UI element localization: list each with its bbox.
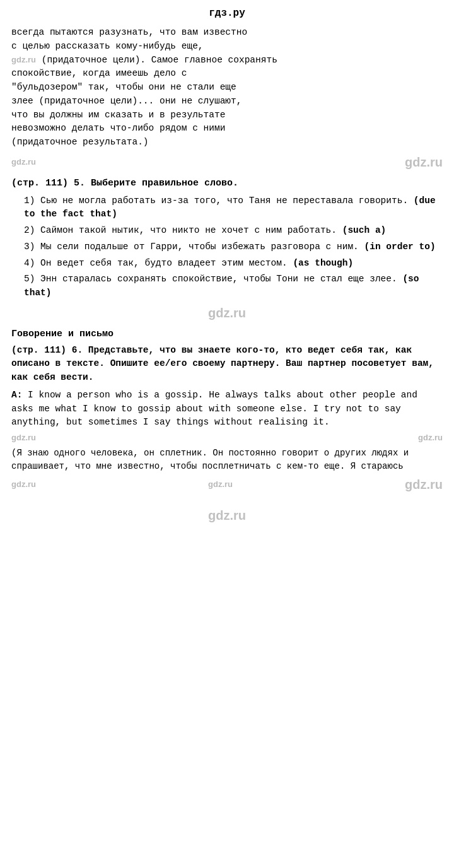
watermark-center-large: gdz.ru	[405, 153, 443, 172]
watermark-left: gdz.ru	[11, 156, 36, 168]
footer-watermark-text: gdz.ru	[208, 508, 246, 522]
footer-watermark: gdz.ru	[11, 507, 443, 525]
watermark-dialogue-right: gdz.ru	[418, 432, 443, 444]
item3-num: 3)	[24, 242, 35, 252]
item2-text: Саймон такой нытик, что никто не хочет с…	[40, 225, 337, 235]
watermark-row-2: gdz.ru	[11, 304, 443, 322]
task5-item-5: 5) Энн старалась сохранять спокойствие, …	[24, 273, 443, 300]
intro-line-6: злее (придаточное цели)... они не слушаю…	[11, 96, 242, 106]
task5-heading: (стр. 111) 5. Выберите правильное слово.	[11, 177, 443, 191]
intro-line-7: что вы должны им сказать и в результате	[11, 110, 225, 120]
dialogue-translation: (Я знаю одного человека, он сплетник. Он…	[11, 447, 443, 473]
speaking-heading: Говорение и письмо	[11, 327, 443, 341]
watermark-row-3: gdz.ru gdz.ru	[11, 432, 443, 444]
item4-answer: (as though)	[293, 258, 353, 268]
intro-line-3: (придаточное цели). Самое главное сохран…	[42, 55, 277, 65]
item5-text: Энн старалась сохранять спокойствие, что…	[40, 274, 397, 284]
intro-line-2: с целью рассказать кому-нибудь еще,	[11, 41, 204, 51]
item5-num: 5)	[24, 274, 35, 284]
task6-heading: (стр. 111) 6. Представьте, что вы знаете…	[11, 344, 443, 385]
watermark-b-center: gdz.ru	[208, 479, 233, 491]
watermark-row-1: gdz.ru gdz.ru	[11, 153, 443, 172]
item2-answer: (such a)	[342, 225, 387, 235]
task5-item-1: 1) Сью не могла работать из-за того, что…	[24, 194, 443, 222]
header-title: гдз.ру	[209, 8, 245, 19]
item2-num: 2)	[24, 225, 35, 235]
intro-line-8: невозможно делать что-либо рядом с ними	[11, 123, 225, 133]
item3-answer: (in order to)	[364, 242, 436, 252]
item1-text: Сью не могла работать из-за того, что Та…	[40, 196, 408, 206]
dialogue-speaker: A:	[11, 390, 22, 400]
watermark-dialogue-left: gdz.ru	[11, 432, 36, 444]
task6-heading-text: (стр. 111) 6. Представьте, что вы знаете…	[11, 345, 434, 383]
site-header: гдз.ру	[11, 6, 443, 21]
intro-line-5: "бульдозером" так, чтобы они не стали ещ…	[11, 82, 236, 92]
task5-item-2: 2) Саймон такой нытик, что никто не хоче…	[24, 224, 443, 238]
item1-num: 1)	[24, 196, 35, 206]
speaking-heading-text: Говорение и письмо	[11, 329, 114, 339]
item4-num: 4)	[24, 258, 35, 268]
task5-heading-text: (стр. 111) 5. Выберите правильное слово.	[11, 178, 238, 189]
dialogue-translation-text: (Я знаю одного человека, он сплетник. Он…	[11, 448, 409, 471]
item4-text: Он ведет себя так, будто владеет этим ме…	[40, 258, 288, 268]
task5-list: 1) Сью не могла работать из-за того, что…	[11, 194, 443, 300]
intro-line-4: спокойствие, когда имеешь дело с	[11, 68, 187, 78]
intro-line-9: (придаточное результата.)	[11, 137, 149, 147]
watermark-b-right: gdz.ru	[405, 476, 443, 494]
watermark-row-4: gdz.ru gdz.ru gdz.ru	[11, 476, 443, 494]
intro-line-1: всегда пытаются разузнать, что вам извес…	[11, 27, 247, 37]
intro-paragraph: всегда пытаются разузнать, что вам извес…	[11, 26, 443, 150]
task5-item-4: 4) Он ведет себя так, будто владеет этим…	[24, 257, 443, 271]
dialogue-english: I know a person who is a gossip. He alwa…	[11, 390, 417, 428]
dialogue-block: A: I know a person who is a gossip. He a…	[11, 389, 443, 430]
task5-item-3: 3) Мы сели подальше от Гарри, чтобы избе…	[24, 240, 443, 254]
watermark-b-left: gdz.ru	[11, 479, 36, 491]
watermark-inline-1: gdz.ru	[11, 55, 36, 64]
speaking-section: Говорение и письмо (стр. 111) 6. Предста…	[11, 327, 443, 494]
item3-text: Мы сели подальше от Гарри, чтобы избежат…	[40, 242, 359, 252]
watermark-middle-large: gdz.ru	[208, 306, 246, 320]
